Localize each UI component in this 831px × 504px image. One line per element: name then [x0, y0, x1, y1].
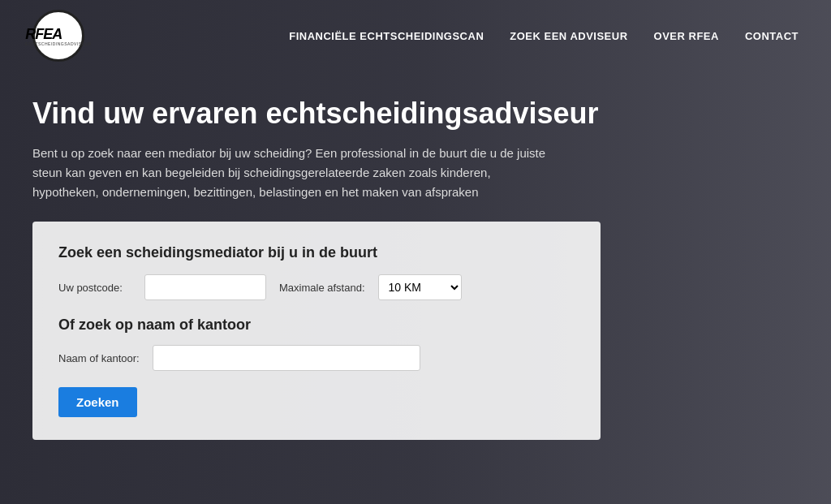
logo-subtext: ECHTSCHEIDINGSADVISEUR [25, 41, 91, 46]
hero-description: Bent u op zoek naar een mediator bij uw … [32, 144, 560, 202]
zoeken-button[interactable]: Zoeken [58, 387, 137, 417]
nav-zoek-adviseur[interactable]: ZOEK EEN ADVISEUR [510, 30, 627, 42]
logo-text: RFEA [25, 26, 62, 42]
postcode-label: Uw postcode: [58, 282, 131, 294]
distance-select[interactable]: 10 KM 25 KM 50 KM 100 KM [378, 274, 462, 300]
hero-content: Vind uw ervaren echtscheidingsadviseur B… [0, 71, 831, 202]
name-row: Naam of kantoor: [58, 345, 575, 371]
main-nav: FINANCIËLE ECHTSCHEIDINGSCAN ZOEK EEN AD… [289, 30, 799, 42]
nav-contact[interactable]: CONTACT [745, 30, 799, 42]
logo[interactable]: RFEA ECHTSCHEIDINGSADVISEUR [32, 10, 84, 62]
nav-financiele-scan[interactable]: FINANCIËLE ECHTSCHEIDINGSCAN [289, 30, 484, 42]
postcode-row: Uw postcode: Maximale afstand: 10 KM 25 … [58, 274, 575, 300]
name-label: Naam of kantoor: [58, 352, 140, 364]
hero-title: Vind uw ervaren echtscheidingsadviseur [32, 96, 799, 131]
name-input[interactable] [153, 345, 420, 371]
site-header: RFEA ECHTSCHEIDINGSADVISEUR FINANCIËLE E… [0, 0, 831, 71]
postcode-input[interactable] [144, 274, 266, 300]
search-section2-title: Of zoek op naam of kantoor [58, 317, 575, 334]
search-box: Zoek een scheidingsmediator bij u in de … [32, 222, 601, 440]
nav-over-rfea[interactable]: OVER RFEA [654, 30, 719, 42]
search-section1-title: Zoek een scheidingsmediator bij u in de … [58, 244, 575, 261]
distance-label: Maximale afstand: [279, 282, 365, 294]
